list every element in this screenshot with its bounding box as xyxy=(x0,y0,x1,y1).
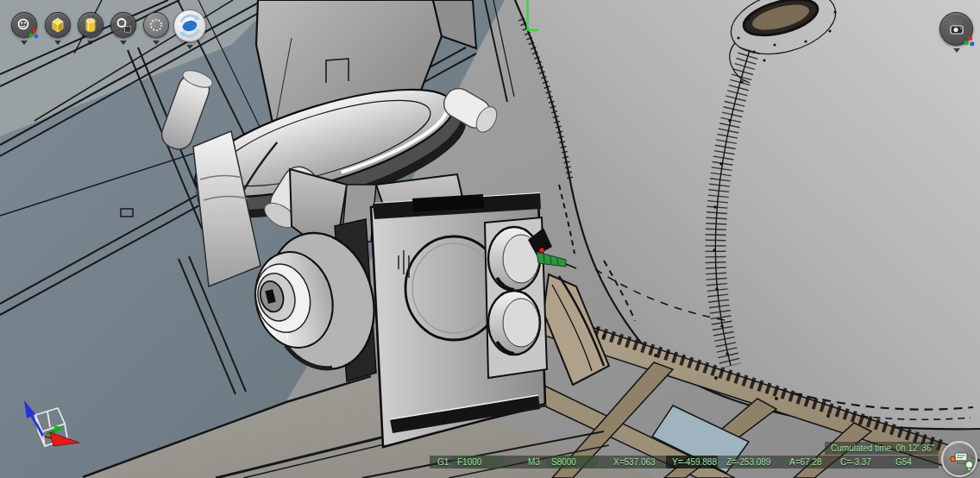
stock-view-button[interactable] xyxy=(78,12,104,38)
status-z: Z=-253.089 xyxy=(726,456,770,469)
status-work-offset: G54 xyxy=(895,456,912,469)
chevron-down-icon[interactable] xyxy=(120,41,127,45)
render-mode-button[interactable] xyxy=(11,12,37,38)
status-m-code: M3 xyxy=(528,456,540,469)
dotted-circle-selection-icon xyxy=(148,17,164,33)
stock-cylinder-icon xyxy=(84,17,97,34)
orbit-refresh-sphere-icon xyxy=(178,14,202,38)
chevron-down-icon[interactable] xyxy=(953,48,960,53)
status-x: X=537.063 xyxy=(613,456,656,469)
tool-tip-indicator xyxy=(539,248,544,253)
cumulated-time-panel: Cumulated time 0h 12' 36" xyxy=(825,442,939,455)
solid-view-button[interactable] xyxy=(45,12,71,38)
zoom-window-magnifier-icon xyxy=(115,16,132,34)
lightbulb-icon[interactable] xyxy=(964,460,975,475)
camera-view-button[interactable] xyxy=(939,12,973,46)
cumulated-time-value: 0h 12' 36" xyxy=(896,442,934,455)
chevron-down-icon[interactable] xyxy=(21,41,28,45)
status-y: Y=-459.888 xyxy=(672,456,717,469)
solid-cube-icon xyxy=(50,16,66,34)
status-c: C=-3.37 xyxy=(840,456,871,469)
cumulated-time-label: Cumulated time xyxy=(831,442,891,455)
status-spindle: S8000 xyxy=(551,456,576,469)
selection-button[interactable] xyxy=(143,12,169,38)
3d-scene xyxy=(0,0,980,478)
zoom-window-button[interactable] xyxy=(110,12,136,38)
chevron-down-icon[interactable] xyxy=(87,41,94,45)
status-a: A=67.28 xyxy=(789,456,822,469)
status-feed: F1000 xyxy=(457,456,481,469)
chevron-down-icon[interactable] xyxy=(54,41,61,45)
chevron-down-icon[interactable] xyxy=(186,45,193,49)
orbit-view-button[interactable] xyxy=(173,9,206,42)
simulation-viewport[interactable]: G1 F1000 M3 S8000 X=537.063 Y=-459.888 Z… xyxy=(0,0,980,478)
status-g-code: G1 xyxy=(437,456,449,469)
chevron-down-icon[interactable] xyxy=(153,41,160,45)
rgb-axes-badge-icon xyxy=(964,35,975,47)
nc-status-bar: G1 F1000 M3 S8000 X=537.063 Y=-459.888 Z… xyxy=(430,456,939,469)
rgb-axes-badge-icon xyxy=(28,28,39,39)
